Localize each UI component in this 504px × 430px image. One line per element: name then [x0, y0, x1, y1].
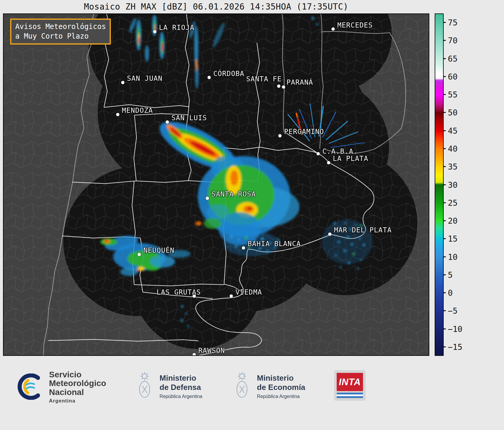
smn-logo-block: Servicio Meteorológico Nacional Argentin… — [17, 370, 106, 404]
colorbar-tick: 50 — [443, 108, 458, 117]
defensa-subtitle: de Defensa — [160, 383, 202, 392]
city-label: PARANÁ — [287, 78, 313, 86]
tick-mark — [443, 130, 446, 131]
tick-label: 25 — [448, 198, 458, 207]
colorbar-tick: 55 — [443, 90, 458, 99]
smn-country: Argentina — [49, 398, 106, 404]
city-label: SAN JUAN — [127, 74, 163, 82]
tick-label: 0 — [448, 288, 453, 298]
tick-label: −10 — [448, 324, 462, 333]
tick-mark — [443, 76, 446, 77]
economia-subtitle: de Economía — [257, 383, 305, 392]
city-label: CÓRDOBA — [213, 70, 244, 77]
economia-text: Ministerio de Economía República Argenti… — [257, 373, 305, 399]
city-dot — [317, 152, 320, 155]
tick-label: 65 — [448, 54, 458, 63]
colorbar-tick: 60 — [443, 72, 458, 81]
colorbar-gradient — [435, 14, 443, 355]
page-title: Mosaico ZH MAX [dBZ] 06.01.2026 14:35HOA… — [3, 2, 429, 12]
city-label: RAWSON — [198, 347, 225, 354]
defensa-logo-block: Ministerio de Defensa República Argentin… — [135, 371, 202, 402]
city-dot — [193, 353, 196, 356]
colorbar-tick: 10 — [443, 252, 458, 261]
city-dot — [138, 253, 141, 256]
city-label: LA PLATA — [333, 155, 368, 162]
city-dot — [242, 246, 245, 250]
smn-name-line3: Nacional — [49, 388, 106, 397]
warning-badge: Avisos Meteorológicos a Muy Corto Plazo — [10, 19, 111, 45]
tick-mark — [443, 238, 446, 239]
city-dot — [282, 86, 285, 89]
tick-mark — [443, 58, 446, 59]
tick-label: 20 — [448, 216, 458, 225]
city-label: PERGAMINO — [284, 128, 324, 135]
smn-name-line1: Servicio — [49, 370, 106, 379]
city-dot — [153, 30, 157, 33]
colorbar-ticks: 757065605550454035302520151050−5−10−15 — [443, 13, 479, 356]
smn-name-line2: Meteorológico — [49, 379, 106, 388]
city-dot — [230, 295, 233, 298]
city-label: SANTA FE — [246, 75, 282, 83]
tick-label: 10 — [448, 252, 458, 261]
tick-label: 40 — [448, 144, 458, 153]
city-dot — [328, 233, 332, 236]
colorbar-tick: 20 — [443, 216, 458, 225]
city-label: LAS GRUTAS — [157, 288, 201, 296]
city-dot — [208, 76, 211, 79]
city-label: NEUQUÉN — [143, 246, 174, 254]
tick-mark — [443, 346, 446, 347]
tick-label: 35 — [448, 162, 458, 171]
tick-label: 45 — [448, 126, 458, 135]
tick-label: 15 — [448, 234, 458, 243]
tick-mark — [443, 256, 446, 257]
colorbar-tick: 30 — [443, 180, 458, 189]
city-label: C.A.B.A. — [322, 147, 358, 155]
city-label: MENDOZA — [122, 106, 153, 114]
city-label: MAR DEL PLATA — [334, 226, 392, 234]
radar-map: Avisos Meteorológicos a Muy Corto Plazo … — [3, 13, 429, 356]
city-dot — [206, 197, 209, 200]
economia-country: República Argentina — [257, 394, 305, 399]
city-layer: MERCEDESLA RIOJACÓRDOBASAN JUANSANTA FEP… — [4, 14, 429, 355]
defensa-text: Ministerio de Defensa República Argentin… — [160, 373, 202, 399]
city-dot — [332, 28, 335, 31]
colorbar-tick: 65 — [443, 54, 458, 63]
city-dot — [166, 121, 169, 124]
city-dot — [327, 161, 330, 164]
inta-logo-block: INTA — [334, 370, 366, 401]
city-label: SAN LUIS — [171, 114, 207, 122]
tick-label: 60 — [448, 72, 458, 81]
economia-title: Ministerio — [257, 373, 305, 383]
economia-logo-block: Ministerio de Economía República Argenti… — [232, 371, 305, 402]
defensa-coat-of-arms-icon — [135, 371, 154, 402]
warning-badge-line1: Avisos Meteorológicos — [15, 22, 106, 31]
inta-stripes-icon — [337, 393, 363, 398]
city-label: SANTA ROSA — [212, 190, 256, 198]
colorbar-tick: −5 — [443, 306, 458, 315]
city-label: BAHIA BLANCA — [248, 240, 301, 248]
tick-mark — [443, 202, 446, 203]
city-dot — [277, 85, 281, 88]
colorbar-tick: −10 — [443, 324, 462, 333]
defensa-title: Ministerio — [160, 373, 202, 383]
tick-mark — [443, 112, 446, 113]
tick-mark — [443, 22, 446, 23]
economia-coat-of-arms-icon — [232, 371, 252, 402]
tick-mark — [443, 274, 446, 275]
tick-label: 75 — [448, 18, 458, 27]
tick-mark — [443, 40, 446, 41]
colorbar-tick: 25 — [443, 198, 458, 207]
tick-mark — [443, 184, 446, 185]
inta-label: INTA — [337, 373, 363, 391]
smn-logo-text: Servicio Meteorológico Nacional Argentin… — [49, 370, 106, 404]
colorbar-tick: 15 — [443, 234, 458, 243]
colorbar-tick: 5 — [443, 270, 453, 279]
tick-mark — [443, 328, 446, 329]
tick-mark — [443, 94, 446, 95]
smn-logo-icon — [17, 373, 44, 401]
colorbar-tick: 75 — [443, 18, 458, 27]
tick-label: 5 — [448, 270, 453, 279]
inta-stripe — [337, 396, 363, 398]
city-dot — [278, 134, 282, 138]
colorbar-tick: 45 — [443, 126, 458, 135]
